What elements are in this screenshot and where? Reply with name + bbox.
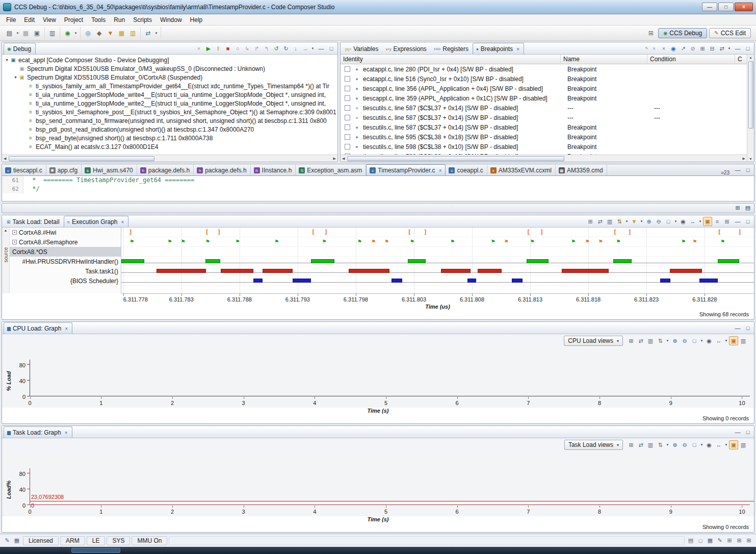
ccs-edit-icon[interactable]: ✎ xyxy=(714,30,718,36)
task-load-plot[interactable]: 04080Load%01234567891023,076923080 xyxy=(2,451,754,516)
table-mode-button[interactable]: ⊞ xyxy=(722,217,732,226)
sort-dropdown[interactable]: ▾ xyxy=(624,217,629,226)
execution-graph-timeline[interactable]: ][][][][][][]⚑⚑⚑⚑⚑⚑⚑⚑⚑⚑⚑⚑⚑⚑⚑⚑⚑⚑⚑⚑⚑⚑ xyxy=(121,228,754,293)
open-perspective-button[interactable]: ⊞ xyxy=(645,28,656,38)
view-tab-debug[interactable]: ◉Debug xyxy=(4,43,36,54)
zoom-out-button[interactable]: ⊖ xyxy=(680,336,689,345)
registers-button[interactable]: ▥ xyxy=(127,28,138,38)
monitor-icon[interactable]: □ xyxy=(696,536,705,545)
columns-button[interactable]: ▥ xyxy=(605,217,614,226)
column-header-identity[interactable]: Identity xyxy=(341,55,561,64)
zoom-in-button[interactable]: ⊕ xyxy=(644,217,654,226)
breakpoint-enabled-checkbox[interactable] xyxy=(345,134,350,140)
step-over-button[interactable]: ↱ xyxy=(252,44,262,53)
editor-tab[interactable]: SException_asm.asm xyxy=(296,165,366,175)
maximize-button[interactable]: □ xyxy=(743,217,752,226)
view-tab-variables[interactable]: (x)=Variables xyxy=(342,43,382,54)
group-by-button[interactable]: ⊞ xyxy=(627,336,636,345)
skip-all-breakpoints-button[interactable]: ⊘ xyxy=(688,44,697,53)
view-tab-breakpoints[interactable]: ●Breakpoints× xyxy=(473,43,524,54)
window-close-button[interactable]: × xyxy=(735,3,753,11)
breakpoint-enabled-checkbox[interactable] xyxy=(345,66,350,72)
debug-tree-item[interactable]: ≡ti_uia_runtime_LoggerStopMode_write4__E… xyxy=(2,90,337,99)
remove-breakpoint-button[interactable]: × xyxy=(649,44,659,53)
debug-button[interactable]: ◉ xyxy=(62,28,73,38)
zoom-in-button[interactable]: ⊕ xyxy=(670,336,680,345)
zoom-region-button[interactable]: □ xyxy=(690,440,699,449)
menu-run[interactable]: Run xyxy=(110,15,129,25)
group-by-button[interactable]: ⊞ xyxy=(627,440,636,449)
exec-graph-row-label[interactable]: #Hwi.PRUSSDRVRHwiIntHandler() xyxy=(10,257,121,266)
debug-tree-item[interactable]: ≡bsp_read_byte(unsigned short)() at ties… xyxy=(2,134,337,142)
grid-trim-icon-2[interactable]: ⊞ xyxy=(735,536,744,545)
step-return-button[interactable]: ↰ xyxy=(262,44,271,53)
breakpoint-row[interactable]: ●tiescutils.c, line 587 ($C$L37 + 0x14) … xyxy=(341,122,747,132)
refresh-button[interactable]: ↻ xyxy=(281,44,291,53)
breakpoint-row[interactable]: ●ecatappl.c, line 280 (PDI_Isr + 0x4) [S… xyxy=(341,64,747,74)
breakpoint-enabled-checkbox[interactable] xyxy=(345,115,350,120)
suspend-button[interactable]: ‖ xyxy=(214,44,223,53)
copy-button[interactable]: ▣ xyxy=(32,28,42,38)
menu-view[interactable]: View xyxy=(39,15,60,25)
ccs-debug-icon[interactable]: ◉ xyxy=(663,31,667,36)
scroll-track[interactable] xyxy=(8,156,331,162)
scroll-left-icon[interactable]: ◀ xyxy=(341,156,346,162)
restore-editor-button[interactable]: ⊞ xyxy=(733,203,742,212)
editor-tab[interactable]: ctiescappl.c xyxy=(2,165,46,175)
columns-button[interactable]: ▥ xyxy=(646,440,655,449)
view-tab-registers[interactable]: 1010Registers xyxy=(431,43,473,54)
perspective-ccs-edit[interactable]: ✎CCS Edit xyxy=(709,28,751,38)
measure-button[interactable]: ↔ xyxy=(714,440,723,449)
columns-button[interactable]: ▥ xyxy=(646,336,655,345)
new-dropdown[interactable]: ▾ xyxy=(15,28,20,38)
flash-button[interactable]: ▼ xyxy=(105,28,116,38)
step-into-button[interactable]: ↳ xyxy=(243,44,252,53)
probe-dropdown[interactable]: ▾ xyxy=(154,28,159,38)
column-header-c[interactable]: C xyxy=(735,55,747,64)
align-button[interactable]: ⇄ xyxy=(595,217,605,226)
tree-expander-icon[interactable]: ▾ xyxy=(13,75,18,80)
maximize-button[interactable]: □ xyxy=(743,44,752,53)
window-minimize-button[interactable]: — xyxy=(702,3,717,11)
zoom-region-button[interactable]: □ xyxy=(690,336,699,345)
editor-tab[interactable]: cTimestampProvider.c× xyxy=(366,164,446,175)
group-by-button[interactable]: ⊞ xyxy=(586,217,595,226)
sort-button[interactable]: ⇅ xyxy=(656,440,665,449)
editor-tab[interactable]: hpackage.defs.h xyxy=(137,165,194,175)
code-editor[interactable]: 61 * ======== TimestampProvider_get64 ==… xyxy=(2,176,754,202)
task-load-views-dropdown[interactable]: Task Load views xyxy=(564,440,623,450)
view-menu-dropdown[interactable]: ▾ xyxy=(727,44,732,53)
asm-step-into-button[interactable]: ↓ xyxy=(291,44,300,53)
breakpoints-table-header[interactable]: IdentityNameConditionC xyxy=(341,55,747,64)
expand-all-button[interactable]: ⊞ xyxy=(698,44,707,53)
editor-tab[interactable]: ccoeappl.c xyxy=(446,165,487,175)
restart-button[interactable]: ↺ xyxy=(272,44,281,53)
breakpoint-row[interactable]: ●tiescutils.c, line 598 ($C$L38 + 0x10) … xyxy=(341,142,747,152)
breakpoint-enabled-checkbox[interactable] xyxy=(345,76,350,82)
window-restore-button[interactable]: □ xyxy=(718,3,734,11)
editor-tab[interactable]: ▦AM3359.cmd xyxy=(556,165,607,175)
chart-button[interactable]: ▥ xyxy=(739,440,748,449)
breakpoint-row[interactable]: ●ecatappl.c, line 516 (Sync0_Isr + 0x10)… xyxy=(341,74,747,84)
measure-dropdown[interactable]: ▾ xyxy=(724,336,728,345)
debug-tree-item[interactable]: ▣Spectrum Digital XDS510USB Emulator_0/M… xyxy=(2,64,337,73)
debug-tree-item[interactable]: ≡ti_sysbios_knl_Semaphore_post__E(struct… xyxy=(2,108,337,116)
search-button[interactable]: ◉ xyxy=(679,217,688,226)
align-button[interactable]: ⇄ xyxy=(636,336,645,345)
sort-button[interactable]: ⇅ xyxy=(656,336,665,345)
debug-tree-item[interactable]: ≡bsp_send_command_to_firmware(unsigned i… xyxy=(2,116,337,125)
scroll-up-icon[interactable]: ▲ xyxy=(747,55,754,60)
maximize-button[interactable]: □ xyxy=(743,323,752,333)
align-button[interactable]: ⇄ xyxy=(636,440,645,449)
close-tab-icon[interactable]: × xyxy=(65,326,68,332)
strip-menu-button[interactable]: ▤ xyxy=(743,203,752,212)
disconnect-button[interactable]: ○ xyxy=(233,44,242,53)
breakpoint-enabled-checkbox[interactable] xyxy=(345,144,350,149)
close-tab-icon[interactable]: × xyxy=(439,168,442,173)
zoom-dropdown[interactable]: ▾ xyxy=(673,217,678,226)
column-header-name[interactable]: Name xyxy=(561,55,647,64)
scroll-track[interactable] xyxy=(346,156,741,162)
search-button[interactable]: ◉ xyxy=(705,440,714,449)
breakpoint-enabled-checkbox[interactable] xyxy=(345,86,350,91)
column-header-condition[interactable]: Condition xyxy=(647,55,735,64)
